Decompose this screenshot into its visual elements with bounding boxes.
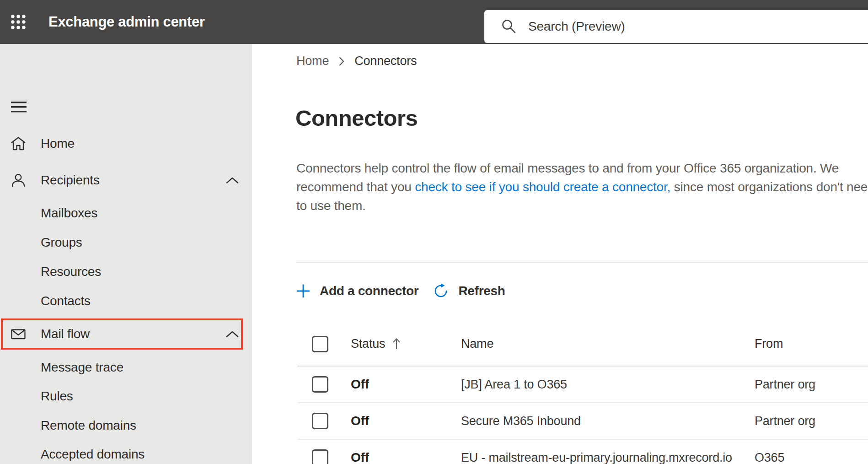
chevron-up-icon xyxy=(225,177,239,184)
plus-icon xyxy=(296,284,310,298)
row-checkbox[interactable] xyxy=(312,449,328,464)
sidebar-item-rules[interactable]: Rules xyxy=(0,382,252,411)
page-description: Connectors help control the flow of emai… xyxy=(296,159,868,215)
sidebar-item-message-trace[interactable]: Message trace xyxy=(0,353,252,382)
breadcrumb: Home Connectors xyxy=(296,53,417,69)
chevron-right-icon xyxy=(338,55,345,66)
sidebar: Home Recipients Mailboxes Groups Resourc… xyxy=(0,44,252,464)
sidebar-item-mail-flow[interactable]: Mail flow xyxy=(0,319,252,349)
toolbar: Add a connector Refresh xyxy=(296,277,505,305)
person-icon xyxy=(10,172,27,189)
connector-name: Secure M365 Inbound xyxy=(461,414,581,428)
breadcrumb-home-link[interactable]: Home xyxy=(296,54,329,68)
search-placeholder: Search (Preview) xyxy=(528,19,625,34)
sort-ascending-arrow-icon xyxy=(392,337,401,351)
sidebar-item-remote-domains[interactable]: Remote domains xyxy=(0,411,252,440)
table-row[interactable]: Off Secure M365 Inbound Partner org xyxy=(297,403,868,440)
row-checkbox[interactable] xyxy=(312,413,328,429)
search-icon xyxy=(501,18,517,35)
create-connector-check-link[interactable]: check to see if you should create a conn… xyxy=(415,180,670,194)
status-value: Off xyxy=(351,414,369,428)
main-content: Home Connectors Connectors Connectors he… xyxy=(252,44,868,464)
status-value: Off xyxy=(351,377,369,392)
app-launcher-button[interactable] xyxy=(6,10,30,34)
add-connector-button[interactable]: Add a connector xyxy=(296,284,418,298)
refresh-label: Refresh xyxy=(458,284,505,298)
waffle-icon xyxy=(11,14,26,30)
sidebar-item-accepted-domains[interactable]: Accepted domains xyxy=(0,440,252,464)
home-icon xyxy=(10,135,27,152)
table-row[interactable]: Off [JB] Area 1 to O365 Partner org xyxy=(297,367,868,403)
sidebar-item-home[interactable]: Home xyxy=(0,129,252,158)
connector-from: O365 xyxy=(755,451,784,464)
page-title: Connectors xyxy=(295,105,418,131)
table-row[interactable]: Off EU - mailstream-eu-primary.journalin… xyxy=(297,440,868,464)
status-value: Off xyxy=(351,450,369,464)
nav-collapse-button[interactable] xyxy=(11,101,27,113)
refresh-button[interactable]: Refresh xyxy=(433,283,505,299)
sidebar-item-groups[interactable]: Groups xyxy=(0,228,252,257)
sidebar-item-mailboxes[interactable]: Mailboxes xyxy=(0,199,252,228)
add-connector-label: Add a connector xyxy=(320,284,418,298)
app-title: Exchange admin center xyxy=(48,0,205,44)
column-header-name[interactable]: Name xyxy=(461,337,755,351)
sidebar-item-resources[interactable]: Resources xyxy=(0,257,252,286)
column-header-status[interactable]: Status xyxy=(351,337,461,351)
refresh-icon xyxy=(433,283,449,299)
toolbar-divider xyxy=(296,262,868,263)
exchange-admin-center-screen: { "colors": { "topbar_bg": "#484644", "s… xyxy=(0,0,868,464)
connector-from: Partner org xyxy=(755,414,815,428)
connector-from: Partner org xyxy=(755,378,815,391)
envelope-icon xyxy=(10,326,27,342)
connectors-table: Status Name From Off [JB] Area 1 to O365… xyxy=(297,322,868,464)
breadcrumb-current: Connectors xyxy=(354,54,417,68)
search-input[interactable]: Search (Preview) xyxy=(484,10,868,43)
connector-name: [JB] Area 1 to O365 xyxy=(461,378,567,391)
chevron-up-icon xyxy=(225,330,239,338)
table-header-row: Status Name From xyxy=(297,322,868,367)
topbar: Exchange admin center Search (Preview) xyxy=(0,0,868,44)
connector-name: EU - mailstream-eu-primary.journaling.mx… xyxy=(461,451,732,464)
column-header-from[interactable]: From xyxy=(755,337,868,351)
sidebar-item-contacts[interactable]: Contacts xyxy=(0,286,252,316)
sidebar-item-recipients[interactable]: Recipients xyxy=(0,166,252,195)
row-checkbox[interactable] xyxy=(312,376,328,393)
hamburger-icon xyxy=(11,101,27,113)
select-all-checkbox[interactable] xyxy=(312,336,328,352)
